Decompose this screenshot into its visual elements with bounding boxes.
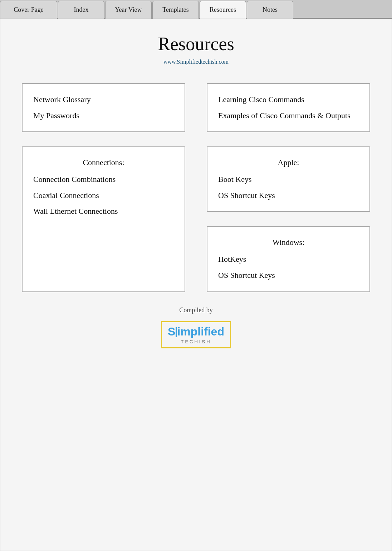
wall-ethernet-connections-item[interactable]: Wall Ethernet Connections — [33, 206, 174, 217]
network-card: Network Glossary My Passwords — [22, 83, 185, 132]
boot-keys-item[interactable]: Boot Keys — [218, 174, 359, 185]
cisco-card: Learning Cisco Commands Examples of Cisc… — [207, 83, 370, 132]
apple-card-title: Apple: — [218, 158, 359, 167]
network-glossary-item[interactable]: Network Glossary — [33, 95, 174, 105]
logo-techish-text: TECHISH — [168, 339, 224, 344]
page-title: Resources — [22, 33, 370, 54]
tab-year-view[interactable]: Year View — [105, 1, 152, 19]
logo-container: Simplified TECHISH — [161, 321, 231, 348]
connections-card-title: Connections: — [33, 158, 174, 167]
coaxial-connections-item[interactable]: Coaxial Connections — [33, 190, 174, 201]
footer: Compiled by Simplified TECHISH — [22, 306, 370, 348]
tab-bar: Cover Page Index Year View Templates Res… — [0, 0, 392, 19]
os-shortcut-keys-apple-item[interactable]: OS Shortcut Keys — [218, 190, 359, 201]
tab-cover-page[interactable]: Cover Page — [0, 1, 57, 19]
logo-s-letter: S — [168, 325, 175, 338]
learning-cisco-item[interactable]: Learning Cisco Commands — [218, 95, 359, 105]
tab-notes[interactable]: Notes — [247, 1, 293, 19]
tab-resources[interactable]: Resources — [200, 1, 246, 19]
windows-card-title: Windows: — [218, 238, 359, 247]
main-content: Resources www.Simplifiedtechish.com Netw… — [0, 19, 392, 551]
logo-text: Simplified TECHISH — [168, 325, 224, 344]
os-shortcut-keys-windows-item[interactable]: OS Shortcut Keys — [218, 270, 359, 281]
compiled-by-label: Compiled by — [22, 306, 370, 314]
my-passwords-item[interactable]: My Passwords — [33, 111, 174, 121]
logo-implified-text: implified — [177, 325, 224, 338]
apple-card: Apple: Boot Keys OS Shortcut Keys — [207, 146, 370, 212]
windows-card: Windows: HotKeys OS Shortcut Keys — [207, 226, 370, 292]
connection-combinations-item[interactable]: Connection Combinations — [33, 174, 174, 185]
cards-grid: Network Glossary My Passwords Learning C… — [22, 83, 370, 292]
logo-cursor — [176, 327, 177, 337]
hotkeys-item[interactable]: HotKeys — [218, 254, 359, 265]
tab-templates[interactable]: Templates — [152, 1, 199, 19]
page-subtitle: www.Simplifiedtechish.com — [22, 59, 370, 65]
cisco-examples-item[interactable]: Examples of Cisco Commands & Outputs — [218, 111, 359, 121]
connections-card: Connections: Connection Combinations Coa… — [22, 146, 185, 292]
tab-index[interactable]: Index — [58, 1, 104, 19]
